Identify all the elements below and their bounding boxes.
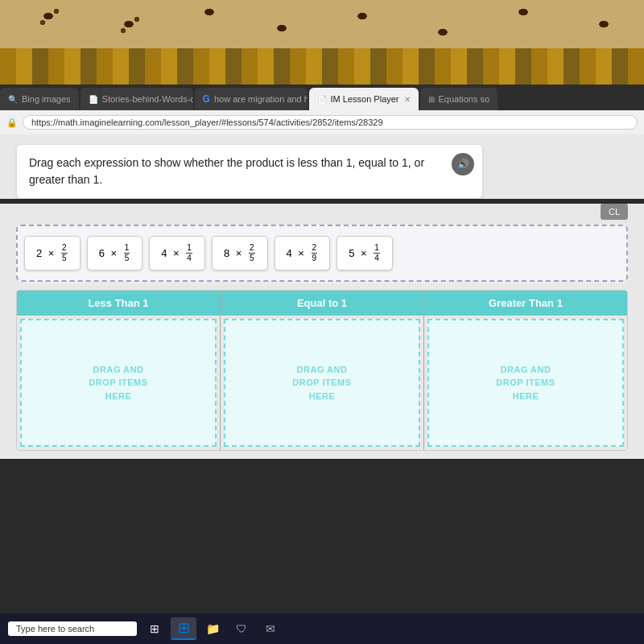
tab-equations[interactable]: ⊞ Equations so bbox=[420, 88, 498, 110]
item3-whole: 4 bbox=[161, 247, 167, 259]
drop-zone-equal-header: Equal to 1 bbox=[221, 291, 423, 316]
item3-numerator: 1 bbox=[186, 243, 192, 254]
browser-chrome: 🔍 Bing images 📄 Stories-behind-Words-den… bbox=[0, 85, 644, 134]
tab-stories[interactable]: 📄 Stories-behind-Words-denc bbox=[80, 88, 193, 110]
clear-button[interactable]: CL bbox=[601, 204, 628, 220]
drop-zone-equal-hint: DRAG ANDDROP ITEMSHERE bbox=[292, 363, 351, 403]
equations-tab-label: Equations so bbox=[439, 94, 490, 104]
drop-zone-less-header: Less Than 1 bbox=[17, 291, 220, 316]
lesson-tab-label: IM Lesson Player bbox=[331, 94, 399, 104]
drop-zone-greater: Greater Than 1 DRAG ANDDROP ITEMSHERE bbox=[424, 291, 627, 450]
drag-item-3[interactable]: 4 × 1 4 bbox=[149, 236, 205, 270]
item1-op: × bbox=[45, 247, 57, 259]
taskbar-app-explorer[interactable]: 📁 bbox=[200, 617, 225, 640]
drop-zone-greater-body[interactable]: DRAG ANDDROP ITEMSHERE bbox=[427, 319, 624, 447]
item6-denominator: 4 bbox=[374, 254, 380, 263]
item1-numerator: 2 bbox=[61, 243, 68, 254]
drop-zone-equal: Equal to 1 DRAG ANDDROP ITEMSHERE bbox=[221, 291, 424, 450]
item5-op: × bbox=[295, 247, 308, 259]
google-tab-label: how are migration and hibe bbox=[214, 94, 308, 104]
taskbar-app-shield[interactable]: 🛡 bbox=[229, 617, 254, 640]
stories-tab-icon: 📄 bbox=[89, 95, 98, 104]
item4-numerator: 2 bbox=[249, 243, 255, 254]
taskbar-search[interactable]: Type here to search bbox=[8, 621, 137, 636]
drop-zone-equal-body[interactable]: DRAG ANDDROP ITEMSHERE bbox=[224, 319, 420, 447]
instruction-line2: greater than 1. bbox=[29, 173, 102, 186]
item4-whole: 8 bbox=[224, 247, 229, 259]
leopard-pattern bbox=[0, 0, 644, 48]
lock-icon: 🔒 bbox=[6, 118, 18, 128]
item3-denominator: 4 bbox=[186, 254, 192, 263]
item5-whole: 4 bbox=[287, 247, 292, 259]
tab-bing[interactable]: 🔍 Bing images bbox=[0, 88, 79, 110]
address-bar-row: 🔒 https://math.imaginelearning.com/lesso… bbox=[0, 110, 644, 134]
item1-fraction: 2 5 bbox=[61, 243, 68, 263]
zigzag-pattern bbox=[0, 48, 644, 85]
taskbar-search-text: Type here to search bbox=[16, 624, 94, 634]
address-bar[interactable]: https://math.imaginelearning.com/lesson_… bbox=[23, 115, 638, 130]
stories-tab-label: Stories-behind-Words-denc bbox=[102, 94, 193, 104]
drop-zone-less: Less Than 1 DRAG ANDDROP ITEMSHERE bbox=[17, 291, 221, 450]
item2-op: × bbox=[108, 247, 120, 259]
drop-zones: Less Than 1 DRAG ANDDROP ITEMSHERE Equal… bbox=[16, 290, 628, 451]
bing-tab-icon: 🔍 bbox=[8, 95, 18, 104]
content-wrapper: CL 2 × 2 5 6 × 1 5 4 × 1 4 bbox=[0, 204, 644, 459]
audio-icon: 🔊 bbox=[457, 159, 469, 170]
tab-close-icon[interactable]: ✕ bbox=[404, 95, 411, 104]
drag-item-4[interactable]: 8 × 2 5 bbox=[212, 236, 268, 270]
taskbar: Type here to search ⊞ ⊞ 📁 🛡 ✉ bbox=[0, 613, 644, 644]
item4-fraction: 2 5 bbox=[249, 243, 255, 263]
drag-item-6[interactable]: 5 × 1 4 bbox=[336, 236, 393, 270]
item2-fraction: 1 5 bbox=[124, 243, 130, 263]
item5-fraction: 2 9 bbox=[312, 243, 318, 263]
item4-op: × bbox=[233, 247, 245, 259]
drag-item-5[interactable]: 4 × 2 9 bbox=[275, 236, 331, 270]
bing-tab-label: Bing images bbox=[22, 94, 71, 104]
item3-op: × bbox=[170, 247, 182, 259]
taskbar-app-taskview[interactable]: ⊞ bbox=[142, 617, 167, 640]
drop-zone-greater-hint: DRAG ANDDROP ITEMSHERE bbox=[496, 363, 555, 403]
item4-denominator: 5 bbox=[249, 254, 255, 263]
item1-denominator: 5 bbox=[61, 254, 68, 263]
drop-zone-less-hint: DRAG ANDDROP ITEMSHERE bbox=[89, 363, 147, 403]
tab-google[interactable]: G how are migration and hibe bbox=[195, 88, 308, 110]
drag-item-2[interactable]: 6 × 1 5 bbox=[87, 236, 143, 270]
taskbar-app-windows[interactable]: ⊞ bbox=[171, 617, 196, 640]
main-content: Drag each expression to show whether the… bbox=[0, 134, 644, 199]
tab-lesson[interactable]: 📄 IM Lesson Player ✕ bbox=[309, 88, 419, 110]
top-decoration bbox=[0, 0, 644, 48]
item6-op: × bbox=[357, 247, 369, 259]
instruction-line1: Drag each expression to show whether the… bbox=[29, 156, 424, 169]
drag-area: 2 × 2 5 6 × 1 5 4 × 1 4 8 × bbox=[16, 225, 628, 282]
equations-tab-icon: ⊞ bbox=[428, 95, 435, 104]
item2-numerator: 1 bbox=[124, 243, 130, 254]
drag-item-1[interactable]: 2 × 2 5 bbox=[24, 236, 80, 270]
audio-button[interactable]: 🔊 bbox=[452, 153, 474, 175]
item6-whole: 5 bbox=[349, 247, 354, 259]
item2-denominator: 5 bbox=[124, 254, 130, 263]
item3-fraction: 1 4 bbox=[186, 243, 192, 263]
taskbar-apps: ⊞ ⊞ 📁 🛡 ✉ bbox=[142, 617, 283, 640]
instruction-box: Drag each expression to show whether the… bbox=[16, 144, 483, 199]
item5-numerator: 2 bbox=[312, 243, 318, 254]
item5-denominator: 9 bbox=[312, 254, 318, 263]
clear-btn-row: CL bbox=[16, 204, 628, 220]
instruction-text: Drag each expression to show whether the… bbox=[29, 155, 446, 188]
tab-bar: 🔍 Bing images 📄 Stories-behind-Words-den… bbox=[0, 85, 644, 110]
drop-zone-less-body[interactable]: DRAG ANDDROP ITEMSHERE bbox=[20, 319, 217, 447]
item6-fraction: 1 4 bbox=[374, 243, 380, 263]
drop-zone-greater-header: Greater Than 1 bbox=[424, 291, 627, 316]
lesson-tab-icon: 📄 bbox=[317, 95, 327, 104]
google-tab-icon: G bbox=[203, 93, 210, 105]
taskbar-app-mail[interactable]: ✉ bbox=[258, 617, 283, 640]
item2-whole: 6 bbox=[99, 247, 105, 259]
item6-numerator: 1 bbox=[374, 243, 380, 254]
item1-whole: 2 bbox=[36, 247, 42, 259]
